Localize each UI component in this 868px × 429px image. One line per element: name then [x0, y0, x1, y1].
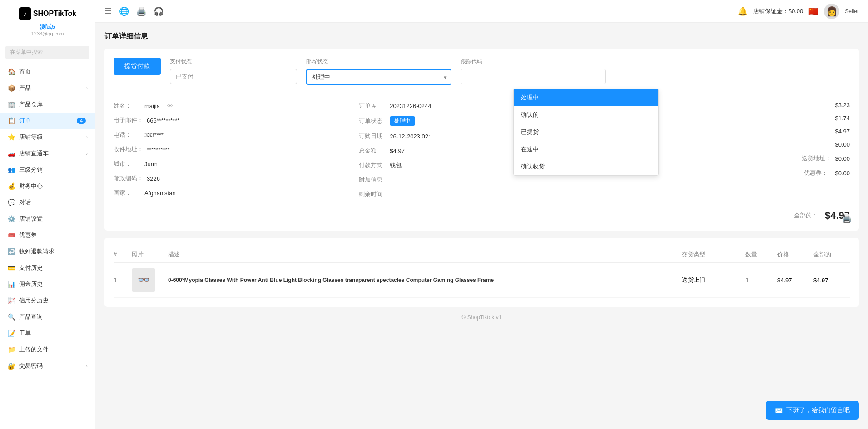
payment-status-label: 支付状态 [170, 58, 297, 65]
warehouse-icon: 🏢 [7, 101, 15, 108]
topbar: ☰ 🌐 🖨️ 🎧 🔔 店铺保证金：$0.00 🇨🇳 👩 Seller [95, 0, 868, 23]
col-qty-header: 数量 [745, 251, 777, 259]
delivery-label: 送货地址： [802, 154, 831, 163]
sidebar-item-home[interactable]: 🏠 首页 [0, 64, 95, 80]
col-delivery-header: 交货类型 [682, 251, 745, 259]
dropdown-item-received[interactable]: 确认收货 [514, 158, 658, 175]
address-value: ********** [147, 146, 170, 153]
customer-country-row: 国家： Afghanistan [114, 189, 359, 197]
printer-icon[interactable]: 🖨️ [136, 6, 146, 16]
sidebar-logo: ♪ SHOPTikTok 测试5 1233@qq.com [0, 0, 95, 41]
orders-badge: 4 [77, 118, 86, 124]
user-info: 测试5 1233@qq.com [31, 23, 64, 36]
refunds-icon: ↩️ [7, 248, 15, 255]
orders-icon: 📋 [7, 117, 15, 124]
coupon-label: 优惠券： [804, 169, 831, 177]
dropdown-item-processing[interactable]: 处理中 [514, 89, 658, 106]
sidebar-label-commission: 佣金历史 [19, 280, 88, 288]
shipping-select-wrapper: 处理中 确认的 已提货 在途中 确认收货 ▾ [306, 69, 451, 85]
remaining-label: 剩余时间 [359, 190, 386, 198]
coupon-val: $0.00 [835, 170, 850, 177]
name-label: 姓名： [114, 102, 141, 110]
tracking-code-input[interactable] [461, 69, 606, 84]
headphone-icon[interactable]: 🎧 [154, 6, 164, 16]
chat-button[interactable]: ✉️ 下班了，给我们留言吧 [766, 401, 859, 420]
order-num-value: 20231226-0244 [390, 103, 431, 109]
coupons-icon: 🎟️ [7, 232, 15, 239]
sidebar-item-trade-password[interactable]: 🔐 交易密码 › [0, 358, 95, 374]
home-icon: 🏠 [7, 68, 15, 75]
globe-icon[interactable]: 🌐 [119, 6, 129, 16]
sidebar-label-store-ads: 店铺直通车 [19, 149, 86, 158]
order-date-value: 26-12-2023 02: [390, 133, 430, 140]
sidebar-item-finance[interactable]: 💰 财务中心 [0, 178, 95, 194]
brand-name: SHOPTikTok [33, 10, 76, 18]
shipping-status-label: 邮寄状态 [306, 58, 451, 65]
chevron-right-icon-3: › [86, 151, 88, 156]
phone-label: 电话： [114, 131, 141, 139]
postal-label: 邮政编码： [114, 174, 143, 182]
sidebar-item-credit[interactable]: 📈 信用分历史 [0, 292, 95, 309]
menu-search[interactable]: 在菜单中搜索 [5, 46, 89, 59]
chevron-right-icon: › [86, 85, 88, 91]
sidebar-item-chat[interactable]: 💬 对话 [0, 194, 95, 211]
menu-toggle-icon[interactable]: ☰ [104, 6, 112, 16]
sidebar-item-store-level[interactable]: ⭐ 店铺等级 › [0, 129, 95, 145]
col-desc-header: 描述 [168, 251, 682, 259]
sidebar-item-coupons[interactable]: 🎟️ 优惠券 [0, 227, 95, 243]
dropdown-item-transit[interactable]: 在途中 [514, 141, 658, 158]
uploads-icon: 📁 [7, 346, 15, 353]
delivery-val: $0.00 [835, 155, 850, 162]
sidebar-item-store-ads[interactable]: 🚗 店铺直通车 › [0, 145, 95, 162]
sidebar-label-store-level: 店铺等级 [19, 133, 86, 141]
info-grid: 姓名： maijia 👁 电子邮件： 666********** 电话： 333… [114, 94, 850, 198]
sidebar: ♪ SHOPTikTok 测试5 1233@qq.com 在菜单中搜索 🏠 首页… [0, 0, 95, 429]
sidebar-item-warehouse[interactable]: 🏢 产品仓库 [0, 96, 95, 113]
brand-logo: ♪ SHOPTikTok [19, 7, 76, 20]
sidebar-label-payment-history: 支付历史 [19, 264, 88, 272]
summary-row: 全部的： $4.97 [114, 206, 850, 222]
customer-name-row: 姓名： maijia 👁 [114, 102, 359, 110]
shipping-status-group: 邮寄状态 处理中 确认的 已提货 在途中 确认收货 ▾ [306, 58, 451, 85]
shipping-dropdown: 处理中 确认的 已提货 在途中 确认收货 [513, 89, 659, 176]
col-price-header: 价格 [777, 251, 813, 259]
sidebar-item-uploads[interactable]: 📁 上传的文件 [0, 341, 95, 358]
dropdown-item-confirmed[interactable]: 确认的 [514, 106, 658, 123]
customer-phone-row: 电话： 333**** [114, 131, 359, 139]
sidebar-label-chat: 对话 [19, 198, 88, 207]
shipping-status-select[interactable]: 处理中 确认的 已提货 在途中 确认收货 [306, 69, 451, 85]
sidebar-item-products[interactable]: 📦 产品 › [0, 80, 95, 96]
sidebar-item-work-order[interactable]: 📝 工单 [0, 325, 95, 341]
finance-icon: 💰 [7, 182, 15, 190]
city-value: Jurm [144, 161, 158, 168]
row-num: 1 [114, 277, 132, 284]
sidebar-item-orders[interactable]: 📋 订单 4 [0, 113, 95, 129]
customer-postal-row: 邮政编码： 3226 [114, 174, 359, 182]
sidebar-item-affiliate[interactable]: 👥 三级分销 [0, 162, 95, 178]
sidebar-label-trade-password: 交易密码 [19, 362, 86, 370]
remaining-row: 剩余时间 [359, 190, 604, 198]
sidebar-item-store-settings[interactable]: ⚙️ 店铺设置 [0, 211, 95, 227]
status-row: 提货付款 支付状态 邮寄状态 处理中 确认的 已提货 在途中 确认收货 [114, 58, 850, 85]
sidebar-item-commission[interactable]: 📊 佣金历史 [0, 276, 95, 292]
eye-icon[interactable]: 👁 [167, 103, 173, 109]
amount-3: $4.97 [835, 128, 850, 135]
product-query-icon: 🔍 [7, 313, 15, 321]
avatar[interactable]: 👩 [824, 4, 839, 19]
dropdown-item-shipped[interactable]: 已提货 [514, 123, 658, 141]
payment-history-icon: 💳 [7, 264, 15, 271]
order-total-label: 总金额 [359, 147, 386, 155]
order-status-label: 订单状态 [359, 117, 386, 125]
sidebar-item-payment-history[interactable]: 💳 支付历史 [0, 260, 95, 276]
sidebar-item-product-query[interactable]: 🔍 产品查询 [0, 309, 95, 325]
settings-icon: ⚙️ [7, 215, 15, 222]
order-total-value: $4.97 [390, 148, 405, 154]
print-order-icon[interactable]: 🖨️ [842, 213, 852, 223]
payment-status-input[interactable] [170, 69, 297, 84]
pay-button[interactable]: 提货付款 [114, 58, 161, 75]
extra-info-label: 附加信息 [359, 176, 386, 184]
row-qty: 1 [745, 277, 777, 284]
bell-icon[interactable]: 🔔 [738, 6, 748, 16]
sidebar-item-refunds[interactable]: ↩️ 收到退款请求 [0, 243, 95, 260]
sidebar-label-warehouse: 产品仓库 [19, 100, 88, 108]
